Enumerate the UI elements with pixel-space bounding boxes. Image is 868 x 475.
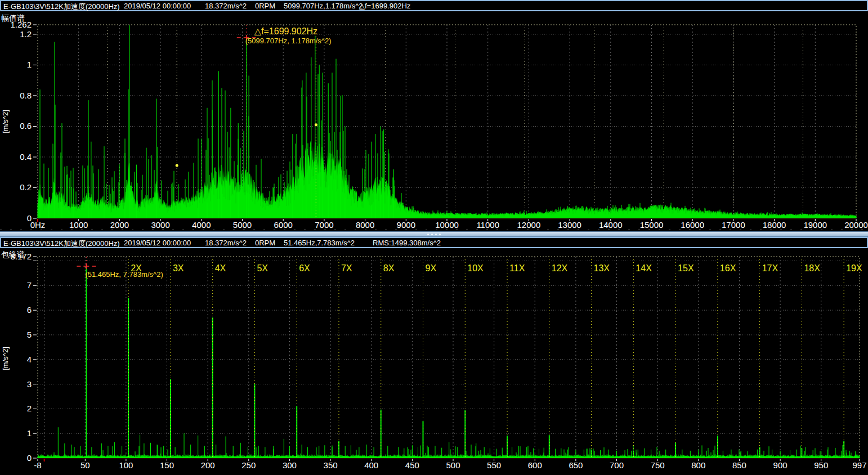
x-tick-label: 3000 [151, 220, 169, 230]
x-tick-label: 5000 [233, 220, 252, 230]
x-tick-label: 18000 [763, 220, 786, 230]
plot-border [38, 257, 860, 459]
x-tick-label: 250 [241, 460, 256, 470]
x-tick-label: 450 [405, 460, 419, 470]
x-tick-label: 4000 [192, 220, 211, 230]
cursor-annotations: (51.465Hz, 7.783m/s^2) [85, 270, 163, 279]
y-tick-label: 7 [27, 280, 32, 290]
x-tick-label: 900 [773, 460, 788, 470]
x-tick-label: 15000 [640, 220, 664, 230]
header-rpm: 0RPM [255, 239, 275, 247]
vibration-analyzer-window: E-GB103\3V\512K加速度(20000Hz) 2019/05/12 0… [0, 0, 868, 475]
x-tick-label: 997 [852, 460, 866, 470]
harmonic-cursor-lines: 2X3X4X5X6X7X8X9X10X11X12X13X14X15X16X17X… [128, 257, 862, 458]
header-overall-level: 18.372m/s^2 [205, 239, 247, 247]
harmonic-order-label: 14X [636, 263, 652, 273]
header-rpm: 0RPM [255, 2, 275, 10]
x-tick-label: 200 [201, 460, 215, 470]
x-tick-label: 550 [487, 460, 501, 470]
cursor-annotations: △f=1699.902Hz(5099.707Hz, 1.178m/s^2) [245, 26, 332, 45]
spectrum-trace [38, 266, 860, 458]
delta-f-annotation: △f=1699.902Hz [254, 26, 317, 36]
amplitude-pane-header[interactable]: E-GB103\3V\512K加速度(20000Hz) 2019/05/12 0… [0, 0, 868, 11]
cursor-cross-marker [77, 263, 96, 269]
splitter-grip-dots [427, 234, 441, 235]
x-axis: -850100150200250300350400450500550600650… [34, 459, 866, 470]
y-tick-label: 5 [27, 330, 32, 339]
x-tick-label: 600 [528, 460, 542, 470]
header-cursor-readout: 5099.707Hz,1.178m/s^2 [284, 2, 363, 10]
y-tick-label: 0.8 [20, 91, 32, 100]
x-tick-label: 10000 [435, 220, 459, 230]
y-tick-label: 1.262 [10, 20, 32, 29]
header-delta-f-readout: △f=1699.902Hz [359, 2, 410, 10]
x-tick-label: 50 [80, 460, 90, 470]
header-overall-level: 18.372m/s^2 [205, 2, 247, 10]
y-axis: 1.2621.210.80.60.40.20[m/s^2] [1, 20, 37, 223]
x-tick-label: 17000 [722, 220, 745, 230]
header-channel-path: E-GB103\3V\512K加速度(20000Hz) [3, 239, 120, 249]
plot-border [38, 25, 856, 219]
harmonic-order-label: 8X [383, 263, 395, 273]
x-tick-label: 1000 [69, 220, 88, 230]
x-tick-label: 300 [283, 460, 297, 470]
x-tick-label: -8 [34, 460, 41, 470]
x-axis: 0Hz1000200030004000500060007000800090001… [30, 219, 868, 230]
x-tick-label: 700 [610, 460, 624, 470]
x-tick-label: 850 [732, 460, 746, 470]
envelope-spectrum-chart[interactable]: 2X3X4X5X6X7X8X9X10X11X12X13X14X15X16X17X… [0, 248, 868, 475]
y-tick-label: 0.2 [20, 182, 32, 192]
harmonic-order-label: 19X [846, 263, 862, 273]
y-axis-unit-label: [m/s^2] [1, 110, 10, 133]
x-tick-label: 20000 [844, 220, 868, 230]
x-tick-label: 13000 [558, 220, 581, 230]
cursor-markers [77, 263, 96, 269]
harmonic-order-label: 15X [678, 263, 694, 273]
cursor-value-annotation: (5099.707Hz, 1.178m/s^2) [245, 37, 332, 45]
x-tick-label: 750 [651, 460, 665, 470]
harmonic-order-label: 3X [173, 263, 184, 273]
x-tick-label: 2000 [110, 220, 129, 230]
delta-cursor-dot [176, 164, 178, 167]
x-tick-label: 950 [814, 460, 828, 470]
x-tick-label: 0Hz [30, 220, 46, 230]
x-tick-label: 100 [119, 460, 133, 470]
harmonic-order-label: 18X [804, 263, 820, 273]
y-tick-label: 0.4 [20, 152, 32, 162]
harmonic-order-label: 17X [762, 263, 778, 273]
harmonic-order-label: 13X [594, 263, 610, 273]
header-timestamp: 2019/05/12 00:00:00 [124, 239, 191, 247]
gridlines [38, 25, 856, 218]
y-axis-unit-label: [m/s^2] [1, 347, 10, 370]
harmonic-order-label: 12X [552, 263, 568, 273]
harmonic-order-label: 7X [341, 263, 352, 273]
header-cursor-readout: 51.465Hz,7.783m/s^2 [284, 239, 355, 247]
x-tick-label: 11000 [476, 220, 499, 230]
y-tick-label: 6 [27, 305, 32, 315]
x-tick-label: 16000 [681, 220, 704, 230]
y-tick-label: 0 [27, 213, 32, 223]
pane-splitter[interactable] [0, 231, 868, 237]
spectrum-trace [38, 25, 856, 218]
y-tick-label: 2 [27, 404, 32, 413]
header-timestamp: 2019/05/12 00:00:00 [124, 2, 191, 10]
x-tick-label: 9000 [397, 220, 415, 230]
gridlines [38, 257, 860, 458]
harmonic-order-label: 9X [426, 263, 437, 273]
envelope-pane-header[interactable]: E-GB103\3V\512K加速度(20000Hz) 2019/05/12 0… [0, 237, 868, 248]
harmonic-order-label: 6X [299, 263, 310, 273]
x-tick-label: 350 [324, 460, 338, 470]
y-tick-label: 1 [27, 60, 32, 69]
y-tick-label: 1 [27, 428, 32, 438]
delta-cursor-dot [315, 123, 317, 126]
harmonic-order-label: 4X [215, 263, 226, 273]
x-tick-label: 650 [569, 460, 583, 470]
header-rms-readout: RMS:1499.308m/s^2 [373, 239, 441, 247]
amplitude-spectrum-chart[interactable]: △f=1699.902Hz(5099.707Hz, 1.178m/s^2)0Hz… [0, 11, 868, 231]
x-tick-label: 800 [691, 460, 705, 470]
y-tick-label: 0 [27, 453, 32, 463]
x-tick-label: 150 [160, 460, 174, 470]
harmonic-order-label: 11X [509, 263, 525, 273]
y-tick-label: 8.172 [10, 252, 32, 261]
x-tick-label: 19000 [803, 220, 827, 230]
